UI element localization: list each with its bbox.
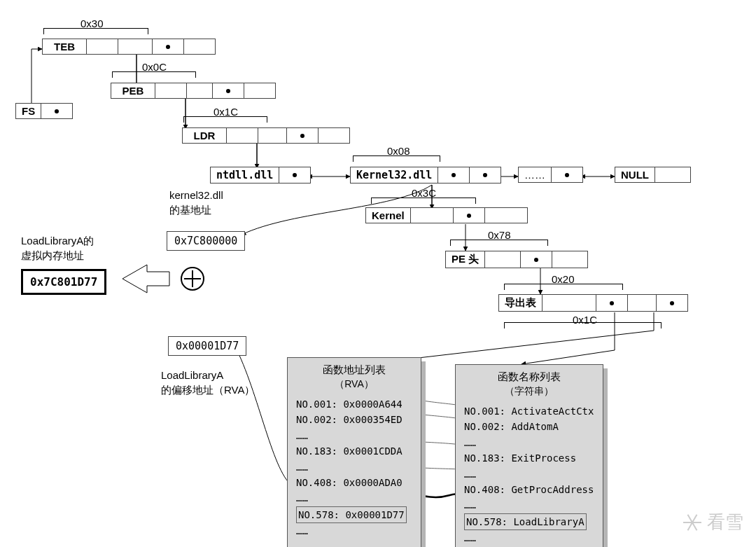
list-item: NO.183: ExitProcess <box>464 450 594 466</box>
list-item: …… <box>296 490 412 506</box>
list-item: …… <box>464 466 594 482</box>
ptr-icon <box>279 167 310 183</box>
label-fs: FS <box>16 104 41 118</box>
label-kernel32: Kernel32.dll <box>351 167 438 183</box>
pad <box>485 208 527 223</box>
label-pe-head: PE 头 <box>446 251 485 268</box>
offset-k32: 0x08 <box>387 145 410 157</box>
list-item: NO.002: 0x000354ED <box>296 412 412 427</box>
caption-loadlib-rva: LoadLibraryA的偏移地址（RVA） <box>161 368 255 397</box>
box-base-addr: 0x7C800000 <box>167 231 245 251</box>
panel-name-title: 函数名称列表 <box>456 365 603 385</box>
label-ldr: LDR <box>183 128 227 143</box>
caption-loadlib-va: LoadLibraryA的虚拟内存地址 <box>21 233 94 263</box>
node-ntdll: ntdll.dll <box>210 167 311 184</box>
node-fs: FS <box>15 103 73 119</box>
pad <box>184 39 215 54</box>
ptr-icon <box>657 295 687 311</box>
label-export-table: 导出表 <box>499 295 542 311</box>
pad <box>258 128 287 143</box>
watermark-text: 看雪 <box>707 510 743 534</box>
pad <box>628 295 657 311</box>
list-item: NO.183: 0x0001CDDA <box>296 443 412 459</box>
node-export-table: 导出表 <box>498 294 688 312</box>
node-kernel32: Kernel32.dll <box>350 167 501 184</box>
panel-name-sub: （字符串） <box>456 385 603 403</box>
node-teb: TEB <box>42 39 216 55</box>
label-null: NULL <box>615 167 655 182</box>
node-null: NULL <box>615 167 691 183</box>
panel-rva-title: 函数地址列表 <box>288 358 421 378</box>
label-ntdll: ntdll.dll <box>211 167 279 183</box>
list-item: NO.001: ActivateActCtx <box>464 403 594 419</box>
pad <box>87 39 118 54</box>
list-item: …… <box>296 523 412 539</box>
list-item: …… <box>296 428 412 443</box>
pad <box>485 251 521 268</box>
ptr-icon <box>470 167 500 183</box>
offset-kernel: 0x3C <box>412 187 436 199</box>
panel-rva-list: 函数地址列表 （RVA） NO.001: 0x0000A644 NO.002: … <box>287 357 421 547</box>
pad <box>655 167 690 182</box>
node-pe-head: PE 头 <box>445 251 588 268</box>
ptr-icon <box>552 167 582 182</box>
label-teb: TEB <box>43 39 87 54</box>
box-final-va: 0x7C801D77 <box>21 269 106 295</box>
list-item: NO.408: 0x0000ADA0 <box>296 475 412 490</box>
diagram-canvas: { "offsets":{ "teb":"0x30", "peb":"0x0C"… <box>0 0 756 547</box>
pad <box>552 251 587 268</box>
pad <box>187 83 213 98</box>
snowflake-icon <box>683 513 701 532</box>
box-rva: 0x00001D77 <box>168 336 246 356</box>
pad <box>227 128 258 143</box>
offset-peb: 0x0C <box>142 61 167 73</box>
offset-exp-a: 0x1C <box>573 314 597 326</box>
label-kernel: Kernel <box>366 208 411 223</box>
list-item-highlight: NO.578: LoadLibraryA <box>464 513 587 530</box>
ptr-icon <box>521 251 552 268</box>
offset-pe: 0x78 <box>488 229 511 241</box>
pad <box>118 39 153 54</box>
panel-name-list: 函数名称列表 （字符串） NO.001: ActivateActCtx NO.0… <box>455 364 603 547</box>
pad <box>318 128 349 143</box>
label-peb: PEB <box>111 83 155 98</box>
node-peb: PEB <box>111 83 276 99</box>
panel-rva-rows: NO.001: 0x0000A644 NO.002: 0x000354ED ……… <box>288 396 421 547</box>
caption-k32-base: kernel32.dll的基地址 <box>169 188 223 217</box>
list-item: …… <box>296 459 412 475</box>
label-dots: …… <box>519 167 552 182</box>
list-item: NO.002: AddAtomA <box>464 419 594 434</box>
ptr-icon <box>41 104 72 118</box>
offset-ldr: 0x1C <box>214 106 238 118</box>
list-item: …… <box>464 497 594 513</box>
pad <box>244 83 275 98</box>
panel-rva-sub: （RVA） <box>288 378 421 396</box>
ptr-icon <box>287 128 318 143</box>
list-item: NO.001: 0x0000A644 <box>296 396 412 412</box>
node-ldr: LDR <box>182 127 350 144</box>
node-kernel: Kernel <box>365 207 528 223</box>
ptr-icon <box>596 295 628 311</box>
svg-point-0 <box>181 268 204 290</box>
offset-exp-n: 0x20 <box>552 273 575 285</box>
offset-teb: 0x30 <box>80 18 104 29</box>
ptr-icon <box>438 167 470 183</box>
list-item: …… <box>464 530 594 546</box>
ptr-icon <box>454 208 485 223</box>
panel-name-rows: NO.001: ActivateActCtx NO.002: AddAtomA … <box>456 403 603 547</box>
pad <box>542 295 596 311</box>
watermark: 看雪 <box>683 510 743 534</box>
ptr-icon <box>153 39 184 54</box>
pad <box>411 208 454 223</box>
list-item: …… <box>464 435 594 450</box>
pad <box>155 83 187 98</box>
list-item: NO.408: GetProcAddress <box>464 482 594 497</box>
list-item-highlight: NO.578: 0x00001D77 <box>296 506 407 523</box>
ptr-icon <box>213 83 244 98</box>
node-dots: …… <box>518 167 583 183</box>
